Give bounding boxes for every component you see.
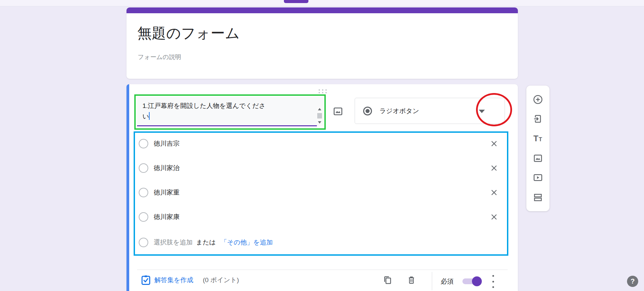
radio-button-type-icon <box>363 107 372 115</box>
scroll-thumb[interactable] <box>317 113 322 119</box>
drag-handle-icon[interactable] <box>318 89 328 94</box>
question-card: 1.江戸幕府を開設した人物を選んでくださ い ラジオボタン 徳川吉宗 <box>126 84 518 291</box>
option-label[interactable]: 徳川吉宗 <box>154 139 180 148</box>
footer-divider <box>137 270 508 270</box>
points-label: (0 ポイント) <box>203 276 239 285</box>
footer-vertical-divider <box>432 272 432 290</box>
help-question-mark: ? <box>630 277 634 285</box>
trash-icon <box>407 275 416 285</box>
add-image-button[interactable] <box>531 151 545 165</box>
or-text: または <box>196 238 216 247</box>
add-circle-icon <box>533 94 543 105</box>
option-row-2: 徳川家治 <box>139 161 180 176</box>
side-toolbar: TT <box>526 86 549 211</box>
form-title-input[interactable]: 無題のフォーム <box>137 24 240 43</box>
question-text-line2: い <box>142 113 149 120</box>
remove-option-2-button[interactable] <box>490 164 498 172</box>
required-label: 必須 <box>441 277 454 286</box>
kebab-dot <box>492 281 494 283</box>
remove-option-1-button[interactable] <box>490 139 498 148</box>
more-options-button[interactable] <box>492 275 494 288</box>
radio-circle-icon <box>139 238 148 247</box>
add-option-row: 選択肢を追加 または 「その他」を追加 <box>139 235 273 250</box>
duplicate-question-button[interactable] <box>383 275 393 285</box>
import-icon <box>533 114 543 124</box>
form-description-input[interactable]: フォームの説明 <box>138 53 181 61</box>
close-icon <box>490 140 498 148</box>
option-row-4: 徳川家康 <box>139 210 180 224</box>
textarea-scrollbar[interactable] <box>317 107 323 125</box>
scroll-up-icon[interactable] <box>318 108 321 110</box>
option-label[interactable]: 徳川家康 <box>154 213 180 221</box>
kebab-dot <box>492 286 494 288</box>
question-text-line1: 1.江戸幕府を開設した人物を選んでくださ <box>142 102 266 109</box>
required-label-wrap: 必須 <box>441 277 454 286</box>
duplicate-icon <box>383 275 393 285</box>
required-toggle-knob[interactable] <box>472 276 482 286</box>
answer-key-button[interactable]: 解答集を作成 (0 ポイント) <box>141 274 239 286</box>
theme-color-bar <box>126 7 518 13</box>
add-title-text-button[interactable]: TT <box>531 132 545 145</box>
scroll-down-icon[interactable] <box>318 121 321 124</box>
import-questions-button[interactable] <box>531 112 545 126</box>
radio-circle-icon <box>139 212 148 222</box>
kebab-dot <box>492 275 494 277</box>
image-icon <box>533 153 543 163</box>
add-option-button[interactable]: 選択肢を追加 <box>154 238 192 247</box>
close-icon <box>490 213 498 221</box>
image-icon <box>333 106 343 117</box>
help-button[interactable]: ? <box>627 276 638 287</box>
add-other-link[interactable]: 「その他」を追加 <box>221 238 273 247</box>
delete-question-button[interactable] <box>407 275 416 285</box>
chevron-down-icon[interactable] <box>479 110 485 113</box>
option-label[interactable]: 徳川家治 <box>154 164 180 172</box>
text-caret <box>149 112 150 120</box>
question-text-field[interactable]: 1.江戸幕府を開設した人物を選んでくださ い <box>137 97 324 126</box>
form-header-card: 無題のフォーム フォームの説明 <box>126 7 518 79</box>
option-row-3: 徳川家重 <box>139 185 180 200</box>
option-label[interactable]: 徳川家重 <box>154 188 180 197</box>
section-icon <box>533 192 543 202</box>
top-strip <box>0 0 644 6</box>
radio-circle-icon <box>139 139 148 148</box>
question-type-label: ラジオボタン <box>379 107 419 115</box>
close-icon <box>490 164 498 172</box>
answer-key-label: 解答集を作成 <box>154 276 193 285</box>
add-section-button[interactable] <box>531 190 545 204</box>
video-icon <box>533 172 543 183</box>
answer-key-icon <box>141 274 151 286</box>
active-question-indicator <box>126 84 129 291</box>
add-question-button[interactable] <box>531 93 545 106</box>
add-video-button[interactable] <box>531 171 545 184</box>
option-row-1: 徳川吉宗 <box>139 136 180 151</box>
close-icon <box>490 188 498 197</box>
question-type-dropdown[interactable]: ラジオボタン <box>355 98 505 124</box>
remove-option-4-button[interactable] <box>490 213 498 221</box>
add-image-to-question-button[interactable] <box>332 105 344 117</box>
remove-option-3-button[interactable] <box>490 188 498 197</box>
radio-circle-icon <box>139 163 148 173</box>
top-purple-tab <box>284 0 308 3</box>
text-tt-icon: TT <box>533 134 542 143</box>
radio-circle-icon <box>139 188 148 197</box>
focus-underline <box>137 125 317 126</box>
